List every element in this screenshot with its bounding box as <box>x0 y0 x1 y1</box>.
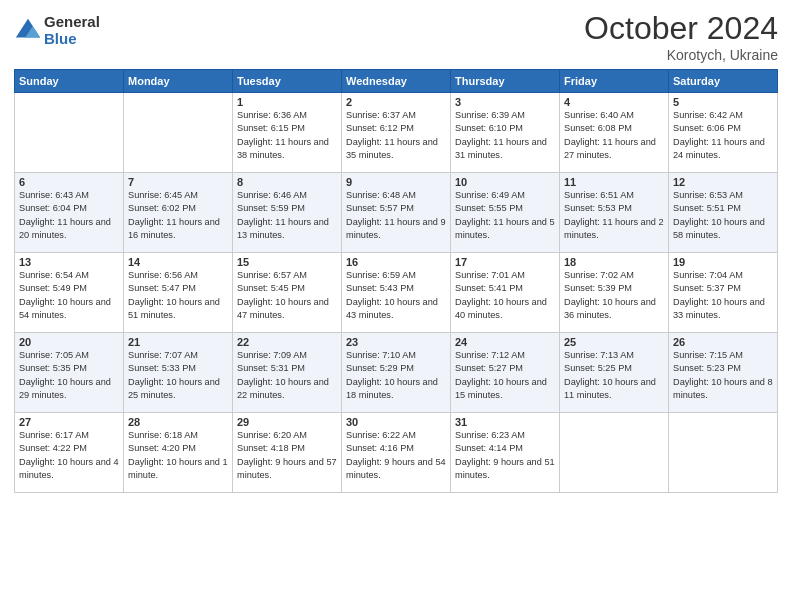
table-row: 15Sunrise: 6:57 AMSunset: 5:45 PMDayligh… <box>233 253 342 333</box>
col-thursday: Thursday <box>451 70 560 93</box>
table-row <box>15 93 124 173</box>
table-row: 21Sunrise: 7:07 AMSunset: 5:33 PMDayligh… <box>124 333 233 413</box>
table-row: 27Sunrise: 6:17 AMSunset: 4:22 PMDayligh… <box>15 413 124 493</box>
table-row: 8Sunrise: 6:46 AMSunset: 5:59 PMDaylight… <box>233 173 342 253</box>
table-row: 19Sunrise: 7:04 AMSunset: 5:37 PMDayligh… <box>669 253 778 333</box>
day-number: 31 <box>455 416 555 428</box>
day-number: 2 <box>346 96 446 108</box>
day-info: Sunrise: 7:04 AMSunset: 5:37 PMDaylight:… <box>673 269 773 322</box>
table-row: 5Sunrise: 6:42 AMSunset: 6:06 PMDaylight… <box>669 93 778 173</box>
col-wednesday: Wednesday <box>342 70 451 93</box>
day-number: 16 <box>346 256 446 268</box>
day-info: Sunrise: 6:17 AMSunset: 4:22 PMDaylight:… <box>19 429 119 482</box>
table-row: 18Sunrise: 7:02 AMSunset: 5:39 PMDayligh… <box>560 253 669 333</box>
logo: General Blue <box>14 14 100 47</box>
day-number: 26 <box>673 336 773 348</box>
day-info: Sunrise: 6:43 AMSunset: 6:04 PMDaylight:… <box>19 189 119 242</box>
calendar-header: Sunday Monday Tuesday Wednesday Thursday… <box>15 70 778 93</box>
day-number: 24 <box>455 336 555 348</box>
day-number: 12 <box>673 176 773 188</box>
day-info: Sunrise: 6:42 AMSunset: 6:06 PMDaylight:… <box>673 109 773 162</box>
day-number: 5 <box>673 96 773 108</box>
calendar-page: General Blue October 2024 Korotych, Ukra… <box>0 0 792 612</box>
day-info: Sunrise: 6:22 AMSunset: 4:16 PMDaylight:… <box>346 429 446 482</box>
logo-blue: Blue <box>44 31 100 48</box>
day-info: Sunrise: 7:02 AMSunset: 5:39 PMDaylight:… <box>564 269 664 322</box>
day-number: 15 <box>237 256 337 268</box>
day-info: Sunrise: 6:57 AMSunset: 5:45 PMDaylight:… <box>237 269 337 322</box>
day-number: 1 <box>237 96 337 108</box>
col-tuesday: Tuesday <box>233 70 342 93</box>
col-friday: Friday <box>560 70 669 93</box>
day-info: Sunrise: 6:45 AMSunset: 6:02 PMDaylight:… <box>128 189 228 242</box>
day-info: Sunrise: 6:51 AMSunset: 5:53 PMDaylight:… <box>564 189 664 242</box>
day-number: 29 <box>237 416 337 428</box>
day-info: Sunrise: 6:36 AMSunset: 6:15 PMDaylight:… <box>237 109 337 162</box>
table-row: 30Sunrise: 6:22 AMSunset: 4:16 PMDayligh… <box>342 413 451 493</box>
table-row: 24Sunrise: 7:12 AMSunset: 5:27 PMDayligh… <box>451 333 560 413</box>
day-info: Sunrise: 6:23 AMSunset: 4:14 PMDaylight:… <box>455 429 555 482</box>
day-info: Sunrise: 7:05 AMSunset: 5:35 PMDaylight:… <box>19 349 119 402</box>
day-number: 8 <box>237 176 337 188</box>
day-number: 9 <box>346 176 446 188</box>
col-sunday: Sunday <box>15 70 124 93</box>
table-row <box>669 413 778 493</box>
logo-general: General <box>44 14 100 31</box>
table-row: 6Sunrise: 6:43 AMSunset: 6:04 PMDaylight… <box>15 173 124 253</box>
day-info: Sunrise: 7:07 AMSunset: 5:33 PMDaylight:… <box>128 349 228 402</box>
table-row: 23Sunrise: 7:10 AMSunset: 5:29 PMDayligh… <box>342 333 451 413</box>
table-row: 16Sunrise: 6:59 AMSunset: 5:43 PMDayligh… <box>342 253 451 333</box>
logo-icon <box>14 17 42 45</box>
day-info: Sunrise: 7:15 AMSunset: 5:23 PMDaylight:… <box>673 349 773 402</box>
day-info: Sunrise: 6:39 AMSunset: 6:10 PMDaylight:… <box>455 109 555 162</box>
table-row <box>560 413 669 493</box>
day-number: 3 <box>455 96 555 108</box>
table-row: 1Sunrise: 6:36 AMSunset: 6:15 PMDaylight… <box>233 93 342 173</box>
col-saturday: Saturday <box>669 70 778 93</box>
day-number: 7 <box>128 176 228 188</box>
table-row: 22Sunrise: 7:09 AMSunset: 5:31 PMDayligh… <box>233 333 342 413</box>
location: Korotych, Ukraine <box>584 47 778 63</box>
table-row: 25Sunrise: 7:13 AMSunset: 5:25 PMDayligh… <box>560 333 669 413</box>
header: General Blue October 2024 Korotych, Ukra… <box>14 10 778 63</box>
table-row: 17Sunrise: 7:01 AMSunset: 5:41 PMDayligh… <box>451 253 560 333</box>
table-row: 3Sunrise: 6:39 AMSunset: 6:10 PMDaylight… <box>451 93 560 173</box>
day-number: 11 <box>564 176 664 188</box>
table-row: 7Sunrise: 6:45 AMSunset: 6:02 PMDaylight… <box>124 173 233 253</box>
day-info: Sunrise: 6:54 AMSunset: 5:49 PMDaylight:… <box>19 269 119 322</box>
calendar-table: Sunday Monday Tuesday Wednesday Thursday… <box>14 69 778 493</box>
table-row: 26Sunrise: 7:15 AMSunset: 5:23 PMDayligh… <box>669 333 778 413</box>
day-info: Sunrise: 6:40 AMSunset: 6:08 PMDaylight:… <box>564 109 664 162</box>
table-row: 9Sunrise: 6:48 AMSunset: 5:57 PMDaylight… <box>342 173 451 253</box>
day-number: 19 <box>673 256 773 268</box>
day-number: 4 <box>564 96 664 108</box>
day-info: Sunrise: 6:20 AMSunset: 4:18 PMDaylight:… <box>237 429 337 482</box>
day-number: 17 <box>455 256 555 268</box>
col-monday: Monday <box>124 70 233 93</box>
day-number: 30 <box>346 416 446 428</box>
day-info: Sunrise: 6:48 AMSunset: 5:57 PMDaylight:… <box>346 189 446 242</box>
day-info: Sunrise: 7:12 AMSunset: 5:27 PMDaylight:… <box>455 349 555 402</box>
table-row: 13Sunrise: 6:54 AMSunset: 5:49 PMDayligh… <box>15 253 124 333</box>
calendar-body: 1Sunrise: 6:36 AMSunset: 6:15 PMDaylight… <box>15 93 778 493</box>
table-row: 4Sunrise: 6:40 AMSunset: 6:08 PMDaylight… <box>560 93 669 173</box>
day-number: 21 <box>128 336 228 348</box>
day-number: 13 <box>19 256 119 268</box>
table-row: 11Sunrise: 6:51 AMSunset: 5:53 PMDayligh… <box>560 173 669 253</box>
day-info: Sunrise: 7:13 AMSunset: 5:25 PMDaylight:… <box>564 349 664 402</box>
day-info: Sunrise: 6:37 AMSunset: 6:12 PMDaylight:… <box>346 109 446 162</box>
day-number: 20 <box>19 336 119 348</box>
table-row: 20Sunrise: 7:05 AMSunset: 5:35 PMDayligh… <box>15 333 124 413</box>
day-number: 28 <box>128 416 228 428</box>
day-info: Sunrise: 7:01 AMSunset: 5:41 PMDaylight:… <box>455 269 555 322</box>
day-number: 18 <box>564 256 664 268</box>
day-info: Sunrise: 6:59 AMSunset: 5:43 PMDaylight:… <box>346 269 446 322</box>
day-number: 6 <box>19 176 119 188</box>
day-number: 14 <box>128 256 228 268</box>
title-area: October 2024 Korotych, Ukraine <box>584 10 778 63</box>
table-row: 10Sunrise: 6:49 AMSunset: 5:55 PMDayligh… <box>451 173 560 253</box>
day-number: 23 <box>346 336 446 348</box>
day-number: 10 <box>455 176 555 188</box>
day-info: Sunrise: 7:09 AMSunset: 5:31 PMDaylight:… <box>237 349 337 402</box>
table-row: 12Sunrise: 6:53 AMSunset: 5:51 PMDayligh… <box>669 173 778 253</box>
